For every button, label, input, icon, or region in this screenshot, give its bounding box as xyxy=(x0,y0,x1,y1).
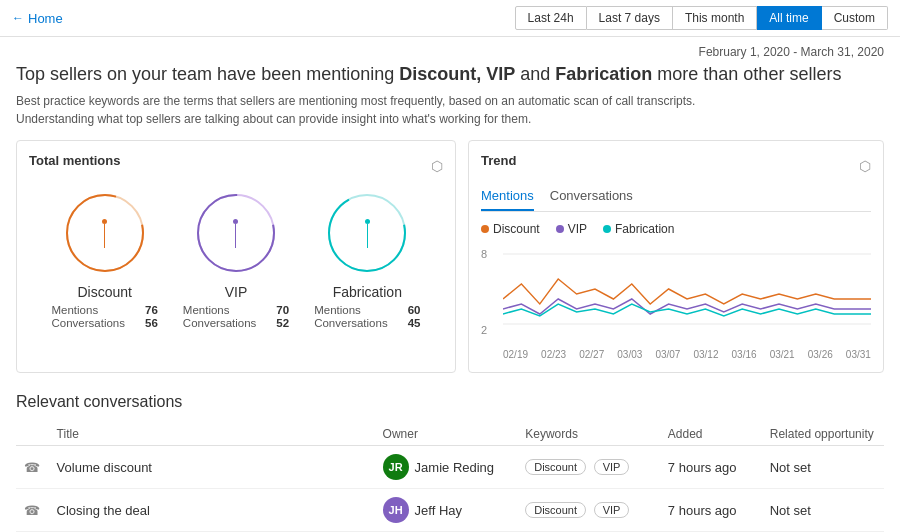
top-nav: ← Home Last 24h Last 7 days This month A… xyxy=(0,0,900,37)
filter-last24h[interactable]: Last 24h xyxy=(515,6,587,30)
col-header-added: Added xyxy=(660,423,762,446)
row2-related: Not set xyxy=(762,489,884,532)
page-title: Top sellers on your team have been menti… xyxy=(16,63,884,86)
keyword-tag: Discount xyxy=(525,502,586,518)
row2-keywords: Discount VIP xyxy=(517,489,660,532)
circle-fabrication-visual xyxy=(322,188,412,278)
panel-right-title: Trend xyxy=(481,153,516,168)
time-filters: Last 24h Last 7 days This month All time… xyxy=(515,6,888,30)
keyword-tag: VIP xyxy=(594,502,630,518)
keyword-tag: VIP xyxy=(594,459,630,475)
back-arrow-icon: ← xyxy=(12,11,24,25)
keyword-tag: Discount xyxy=(525,459,586,475)
export-icon-left[interactable]: ⬡ xyxy=(431,158,443,174)
filter-last7days[interactable]: Last 7 days xyxy=(587,6,673,30)
title-keywords: Discount, VIP xyxy=(399,64,515,84)
circle-discount-stats: Mentions 76 Conversations 56 xyxy=(52,304,158,329)
panel-right-header: Trend ⬡ xyxy=(481,153,871,178)
circle-discount-svg xyxy=(60,188,150,278)
col-header-title: Title xyxy=(49,423,375,446)
table-row[interactable]: ☎ Closing the deal JH Jeff Hay Discount … xyxy=(16,489,884,532)
row2-owner: JH Jeff Hay xyxy=(375,489,518,532)
panel-left-title: Total mentions xyxy=(29,153,120,168)
circle-fabrication-stats: Mentions 60 Conversations 45 xyxy=(314,304,420,329)
filter-alltime[interactable]: All time xyxy=(757,6,821,30)
circle-discount-name: Discount xyxy=(77,284,131,300)
circle-discount-visual xyxy=(60,188,150,278)
circle-vip-svg xyxy=(191,188,281,278)
tab-conversations[interactable]: Conversations xyxy=(550,188,633,211)
trend-panel: Trend ⬡ Mentions Conversations Discount … xyxy=(468,140,884,373)
trend-chart xyxy=(503,244,871,344)
row1-title: Volume discount xyxy=(49,446,375,489)
x-labels: 02/19 02/23 02/27 03/03 03/07 03/12 03/1… xyxy=(503,347,871,360)
row2-avatar: JH xyxy=(383,497,409,523)
filter-thismonth[interactable]: This month xyxy=(673,6,757,30)
panels-container: Total mentions ⬡ xyxy=(16,140,884,373)
panel-left-header: Total mentions ⬡ xyxy=(29,153,443,178)
y-label-8: 8 xyxy=(481,248,487,260)
trend-legend: Discount VIP Fabrication xyxy=(481,222,871,236)
col-header-keywords: Keywords xyxy=(517,423,660,446)
col-header-phone xyxy=(16,423,49,446)
legend-vip: VIP xyxy=(556,222,587,236)
circle-vip-name: VIP xyxy=(225,284,248,300)
row1-added: 7 hours ago xyxy=(660,446,762,489)
circle-fabrication-svg xyxy=(322,188,412,278)
col-header-related: Related opportunity xyxy=(762,423,884,446)
breadcrumb[interactable]: ← Home xyxy=(12,11,63,26)
row1-avatar: JR xyxy=(383,454,409,480)
circle-vip-stats: Mentions 70 Conversations 52 xyxy=(183,304,289,329)
date-range: February 1, 2020 - March 31, 2020 xyxy=(16,45,884,59)
legend-label-discount: Discount xyxy=(493,222,540,236)
legend-label-vip: VIP xyxy=(568,222,587,236)
filter-custom[interactable]: Custom xyxy=(822,6,888,30)
circles-row: Discount Mentions 76 Conversations 56 xyxy=(29,188,443,329)
circle-vip-visual xyxy=(191,188,281,278)
row2-phone-icon: ☎ xyxy=(16,489,49,532)
row1-related: Not set xyxy=(762,446,884,489)
title-prefix: Top sellers on your team have been menti… xyxy=(16,64,399,84)
subtitle: Best practice keywords are the terms tha… xyxy=(16,92,884,128)
table-row[interactable]: ☎ Volume discount JR Jamie Reding Discou… xyxy=(16,446,884,489)
legend-dot-fabrication xyxy=(603,225,611,233)
circle-discount: Discount Mentions 76 Conversations 56 xyxy=(52,188,158,329)
table-header-row: Title Owner Keywords Added Related oppor… xyxy=(16,423,884,446)
legend-fabrication: Fabrication xyxy=(603,222,674,236)
row2-title: Closing the deal xyxy=(49,489,375,532)
circle-fabrication: Fabrication Mentions 60 Conversations 45 xyxy=(314,188,420,329)
trend-tabs: Mentions Conversations xyxy=(481,188,871,212)
export-icon-right[interactable]: ⬡ xyxy=(859,158,871,174)
main-content: February 1, 2020 - March 31, 2020 Top se… xyxy=(0,37,900,532)
row1-owner: JR Jamie Reding xyxy=(375,446,518,489)
row1-keywords: Discount VIP xyxy=(517,446,660,489)
conversations-table: Title Owner Keywords Added Related oppor… xyxy=(16,423,884,532)
tab-mentions[interactable]: Mentions xyxy=(481,188,534,211)
conversations-title: Relevant conversations xyxy=(16,393,884,411)
legend-dot-discount xyxy=(481,225,489,233)
legend-dot-vip xyxy=(556,225,564,233)
row1-phone-icon: ☎ xyxy=(16,446,49,489)
circle-vip: VIP Mentions 70 Conversations 52 xyxy=(183,188,289,329)
conversations-section: Relevant conversations Title Owner Keywo… xyxy=(16,393,884,532)
row2-added: 7 hours ago xyxy=(660,489,762,532)
total-mentions-panel: Total mentions ⬡ xyxy=(16,140,456,373)
circle-fabrication-name: Fabrication xyxy=(333,284,402,300)
home-link[interactable]: Home xyxy=(28,11,63,26)
title-keyword2: Fabrication xyxy=(555,64,652,84)
col-header-owner: Owner xyxy=(375,423,518,446)
legend-label-fabrication: Fabrication xyxy=(615,222,674,236)
y-label-2: 2 xyxy=(481,324,487,336)
legend-discount: Discount xyxy=(481,222,540,236)
